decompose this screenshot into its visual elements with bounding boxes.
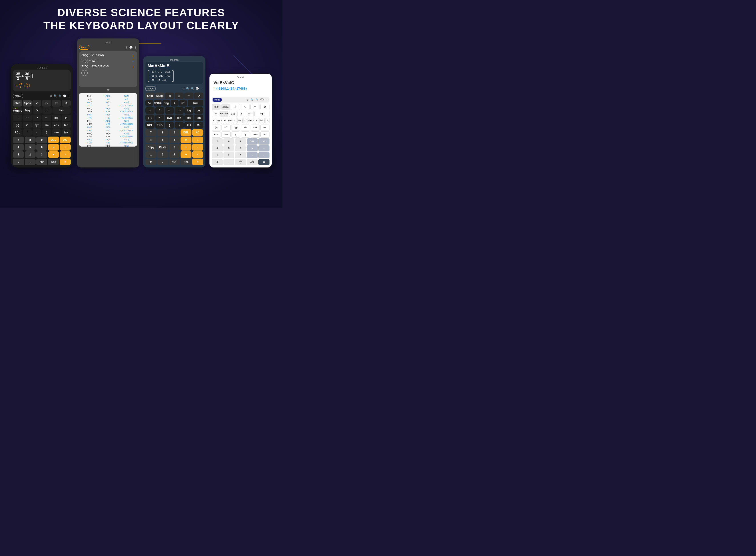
- mkey-right[interactable]: ▷: [175, 93, 184, 99]
- key-0[interactable]: 0: [13, 159, 24, 165]
- vkey-ac[interactable]: AC: [258, 138, 269, 145]
- mkey-7[interactable]: 7: [145, 129, 156, 136]
- key-cmplx[interactable]: Deg: [23, 107, 32, 114]
- vkey-cos[interactable]: cos: [251, 125, 260, 131]
- vkey-1[interactable]: 1: [212, 152, 223, 158]
- mkey-div[interactable]: ÷: [192, 137, 203, 143]
- vkey-b[interactable]: B: [223, 118, 227, 124]
- mkey-ans[interactable]: Ans: [181, 159, 192, 165]
- mkey-3b[interactable]: 3: [169, 151, 180, 158]
- add-function-button[interactable]: +: [81, 70, 87, 76]
- vector-zout-icon[interactable]: 🔍: [255, 98, 259, 101]
- vkey-dot2[interactable]: Dot: [212, 111, 219, 117]
- matrix-more-icon[interactable]: ⋮: [200, 87, 203, 90]
- vkey-fact[interactable]: FACT: [217, 118, 222, 124]
- vkey-left[interactable]: ◁: [230, 104, 240, 110]
- zoom-out-icon[interactable]: 🔍: [59, 95, 62, 97]
- mkey-1[interactable]: 1: [145, 151, 156, 158]
- key-neg[interactable]: (−): [13, 122, 22, 129]
- vkey-hyp[interactable]: hyp: [231, 125, 240, 131]
- comment-icon[interactable]: 💬: [63, 94, 67, 98]
- key-left[interactable]: ◁: [32, 100, 42, 107]
- key-5[interactable]: 5: [25, 144, 36, 150]
- vkey-2[interactable]: 2: [223, 152, 235, 158]
- vkey-eng[interactable]: ENG: [221, 132, 230, 138]
- mkey-neg[interactable]: (−): [145, 114, 154, 121]
- mkey-4[interactable]: 4: [145, 137, 156, 143]
- mkey-boxbox[interactable]: □□: [175, 107, 184, 114]
- mkey-eng[interactable]: ENG: [155, 122, 164, 129]
- key-8[interactable]: 8: [25, 137, 36, 143]
- mkey-ac[interactable]: AC: [192, 129, 203, 136]
- menu-button[interactable]: Menu: [13, 94, 23, 98]
- matrix-zoom-out-icon[interactable]: 🔍: [191, 87, 194, 90]
- key-1[interactable]: 1: [13, 151, 24, 158]
- vkey-7[interactable]: 7: [212, 138, 223, 145]
- key-mplus[interactable]: M+: [62, 129, 71, 136]
- mkey-sin[interactable]: sin: [175, 114, 184, 121]
- vkey-minus[interactable]: -: [258, 152, 269, 158]
- mkey-hist[interactable]: ↺: [194, 93, 203, 99]
- key-deg[interactable]: X: [33, 107, 42, 114]
- table-comment-icon[interactable]: 💬: [129, 46, 133, 49]
- key-log[interactable]: log: [52, 114, 61, 121]
- vkey-list[interactable]: ≡≡: [250, 104, 260, 110]
- vkey-deg4[interactable]: o‴: [221, 125, 230, 131]
- vkey-right[interactable]: ▷: [241, 104, 250, 110]
- vkey-x[interactable]: X: [238, 111, 245, 117]
- vkey-4[interactable]: 4: [212, 145, 223, 151]
- key-sin[interactable]: sin: [42, 122, 51, 129]
- func-1-dots[interactable]: ⋮: [131, 59, 135, 63]
- vkey-c[interactable]: C: [232, 118, 237, 124]
- vkey-3[interactable]: 3: [235, 152, 246, 158]
- vector-menu-button[interactable]: Menu: [213, 98, 222, 102]
- key-rcl[interactable]: RCL: [13, 129, 22, 136]
- func-2-dots[interactable]: ⋮: [131, 64, 135, 69]
- mkey-lp[interactable]: (: [165, 122, 174, 129]
- key-right[interactable]: ▷: [42, 100, 51, 107]
- vkey-tan2[interactable]: tan⁻¹: [259, 118, 265, 124]
- key-list[interactable]: ≡≡: [52, 100, 61, 107]
- key-shift[interactable]: Shift: [13, 100, 22, 107]
- mkey-mp[interactable]: M+: [194, 122, 203, 129]
- key-ac[interactable]: AC: [60, 137, 71, 143]
- key-lparen[interactable]: (: [32, 129, 42, 136]
- key-exp[interactable]: ×10x: [36, 159, 47, 165]
- vkey-vector[interactable]: VECTOR: [220, 111, 228, 117]
- vkey-hist[interactable]: ↺: [260, 104, 270, 110]
- vkey-eq[interactable]: =: [258, 159, 269, 165]
- vkey-e[interactable]: E: [255, 118, 259, 124]
- vkey-rcl[interactable]: RCL: [212, 132, 221, 138]
- key-7[interactable]: 7: [13, 137, 24, 143]
- vkey-exp[interactable]: ×10x: [235, 159, 246, 165]
- mkey-copy[interactable]: Copy: [145, 144, 156, 150]
- mkey-sqrtbox[interactable]: √□: [155, 107, 164, 114]
- mkey-minus[interactable]: -: [192, 144, 203, 150]
- matrix-zoom-in-icon[interactable]: 🔍: [186, 87, 190, 90]
- undo-icon[interactable]: ↺: [50, 94, 52, 98]
- vkey-dot[interactable]: .: [223, 159, 235, 165]
- vkey-0[interactable]: 0: [212, 159, 223, 165]
- key-hyp[interactable]: hyp: [32, 122, 42, 129]
- key-3[interactable]: 3: [36, 151, 47, 158]
- key-eq[interactable]: =: [60, 159, 71, 165]
- mkey-0[interactable]: 0: [145, 159, 156, 165]
- vkey-del[interactable]: DEL: [247, 138, 258, 145]
- vkey-f[interactable]: F: [265, 118, 269, 124]
- mkey-9[interactable]: 9: [169, 129, 180, 136]
- vkey-tan[interactable]: tan: [260, 125, 269, 131]
- mkey-sq2[interactable]: □²: [165, 107, 174, 114]
- zoom-in-icon[interactable]: 🔍: [53, 94, 57, 98]
- key-ans[interactable]: Ans: [48, 159, 59, 165]
- key-plus[interactable]: +: [48, 151, 59, 158]
- key-div[interactable]: ÷: [60, 144, 71, 150]
- key-rparen[interactable]: ): [42, 129, 51, 136]
- mkey-hyp[interactable]: hyp: [165, 114, 174, 121]
- vkey-deg[interactable]: Deg: [229, 111, 237, 117]
- vkey-mp[interactable]: M+: [260, 132, 269, 138]
- matrix-menu-button[interactable]: Menu: [145, 86, 156, 91]
- vkey-rp[interactable]: ): [241, 132, 250, 138]
- vkey-mul[interactable]: ×: [247, 145, 258, 151]
- key-cos[interactable]: cos: [52, 122, 61, 129]
- key-calc[interactable]: CALC CMPLX: [13, 107, 22, 114]
